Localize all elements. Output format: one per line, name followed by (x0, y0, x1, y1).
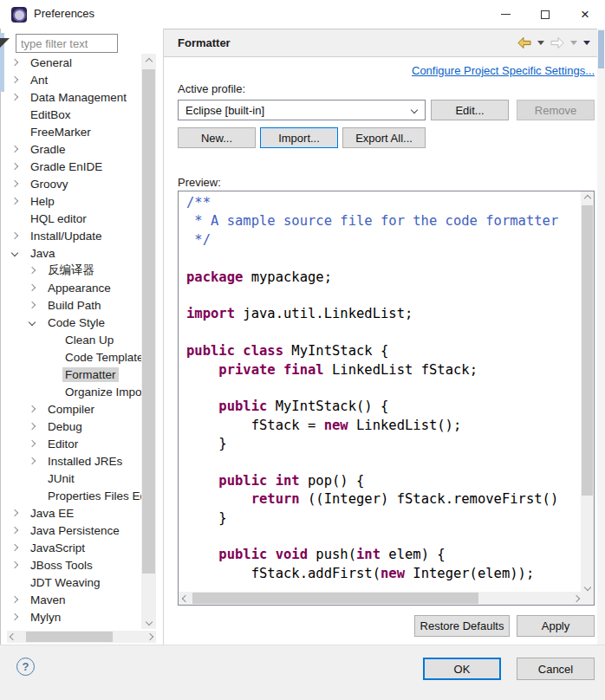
tree-item-install-update[interactable]: Install/Update (7, 227, 141, 244)
chevron-right-icon[interactable] (11, 561, 18, 568)
preview-vertical-scrollbar[interactable] (581, 191, 594, 593)
scroll-down-icon[interactable] (141, 614, 156, 629)
tree-item-mylyn[interactable]: Mylyn (7, 608, 141, 625)
tree-vertical-scrollbar[interactable] (141, 54, 156, 629)
tree-item-java-persistence[interactable]: Java Persistence (7, 522, 141, 539)
chevron-right-icon[interactable] (11, 613, 18, 620)
cancel-button[interactable]: Cancel (517, 658, 595, 680)
tree-hscrollbar-thumb[interactable] (26, 632, 113, 642)
tree-item-data-management[interactable]: Data Management (7, 88, 141, 106)
back-history-menu-icon[interactable] (537, 41, 544, 45)
chevron-right-icon[interactable] (11, 163, 18, 170)
new-button[interactable]: New... (178, 127, 256, 148)
chevron-right-icon[interactable] (11, 596, 18, 603)
tree-item-label: Java Persistence (28, 523, 122, 538)
tree-item-build-path[interactable]: Build Path (7, 296, 141, 314)
tree-item-clean-up[interactable]: Clean Up (7, 331, 141, 348)
chevron-down-icon[interactable] (11, 250, 18, 256)
scroll-up-icon[interactable] (141, 54, 156, 68)
minimize-button[interactable] (485, 0, 525, 29)
scroll-left-icon[interactable] (7, 631, 19, 643)
tree-item-debug[interactable]: Debug (7, 418, 141, 435)
tree-item-editor[interactable]: Editor (7, 435, 141, 452)
scroll-up-icon[interactable] (581, 191, 594, 204)
tree-item-organize-imports[interactable]: Organize Imports (7, 383, 141, 400)
scroll-right-icon[interactable] (144, 631, 156, 643)
tree-item-junit[interactable]: JUnit (7, 470, 141, 487)
tree-item-code-templates[interactable]: Code Templates (7, 348, 141, 366)
tree-item-gradle-enide[interactable]: Gradle EnIDE (7, 158, 141, 175)
chevron-right-icon[interactable] (29, 284, 36, 291)
chevron-down-icon[interactable] (29, 319, 36, 326)
tree-item-groovy[interactable]: Groovy (7, 175, 141, 192)
tree-item-label: Code Templates (62, 350, 141, 365)
preview-horizontal-scrollbar[interactable] (179, 592, 582, 605)
chevron-right-icon[interactable] (29, 405, 36, 412)
configure-project-settings-link[interactable]: Configure Project Specific Settings... (412, 64, 595, 77)
chevron-right-icon[interactable] (11, 146, 18, 152)
panel-vertical-scrollbar[interactable] (597, 29, 605, 645)
tree-item-compiler[interactable]: Compiler (7, 400, 141, 418)
active-profile-select[interactable]: Eclipse [built-in] (178, 100, 426, 120)
minimize-icon (501, 14, 511, 15)
chevron-right-icon[interactable] (29, 457, 36, 464)
tree-item-code-style[interactable]: Code Style (7, 314, 141, 331)
chevron-right-icon[interactable] (29, 440, 36, 447)
help-button[interactable]: ? (16, 658, 35, 676)
maximize-icon (541, 10, 550, 19)
tree-item-jboss-tools[interactable]: JBoss Tools (7, 556, 141, 574)
filter-input[interactable] (16, 34, 118, 53)
tree-chevron-slot (29, 285, 45, 290)
chevron-right-icon[interactable] (11, 232, 18, 239)
background-window-arrow-fragment (0, 38, 10, 48)
forward-arrow-icon[interactable] (550, 37, 564, 49)
panel-scrollbar-thumb[interactable] (598, 30, 604, 68)
chevron-right-icon[interactable] (11, 94, 18, 100)
chevron-right-icon[interactable] (11, 198, 18, 204)
tree-item-appearance[interactable]: Appearance (7, 279, 141, 296)
tree-item-general[interactable]: General (7, 54, 141, 71)
tree-item-item[interactable]: 反编译器 (7, 262, 141, 279)
chevron-right-icon[interactable] (11, 509, 18, 516)
maximize-button[interactable] (525, 0, 565, 29)
tree-item-maven[interactable]: Maven (7, 591, 141, 608)
apply-button[interactable]: Apply (517, 615, 595, 637)
ok-button[interactable]: OK (423, 658, 501, 680)
tree-chevron-slot (12, 614, 28, 619)
tree-item-java-ee[interactable]: Java EE (7, 504, 141, 522)
tree-item-formatter[interactable]: Formatter (7, 366, 141, 383)
scroll-left-icon[interactable] (179, 592, 192, 605)
tree-item-editbox[interactable]: EditBox (7, 106, 141, 123)
tree-horizontal-scrollbar[interactable] (7, 631, 156, 643)
edit-button[interactable]: Edit... (431, 100, 509, 120)
export-all-button[interactable]: Export All... (342, 127, 426, 148)
close-button[interactable]: × (565, 0, 605, 29)
chevron-right-icon[interactable] (29, 423, 36, 430)
back-arrow-icon[interactable] (517, 37, 531, 49)
preview-hscrollbar-thumb[interactable] (192, 593, 478, 604)
tree-item-freemarker[interactable]: FreeMarker (7, 123, 141, 140)
tree-item-javascript[interactable]: JavaScript (7, 539, 141, 556)
tree-item-jdt-weaving[interactable]: JDT Weaving (7, 574, 141, 591)
chevron-right-icon[interactable] (11, 180, 18, 187)
tree-item-help[interactable]: Help (7, 192, 141, 210)
tree-item-java[interactable]: Java (7, 244, 141, 262)
chevron-right-icon[interactable] (29, 267, 36, 274)
preview-scrollbar-thumb[interactable] (582, 205, 593, 496)
tree-item-installed-jres[interactable]: Installed JREs (7, 452, 141, 470)
tree-item-gradle[interactable]: Gradle (7, 140, 141, 158)
forward-history-menu-icon[interactable] (570, 41, 577, 45)
chevron-right-icon[interactable] (29, 301, 36, 308)
preview-pane: /** * A sample source file for the code … (178, 191, 595, 606)
view-menu-icon[interactable] (583, 41, 590, 45)
chevron-right-icon[interactable] (11, 76, 18, 83)
restore-defaults-button[interactable]: Restore Defaults (414, 615, 510, 637)
chevron-right-icon[interactable] (11, 527, 18, 534)
tree-scrollbar-thumb[interactable] (142, 69, 155, 574)
chevron-right-icon[interactable] (11, 544, 18, 551)
import-button[interactable]: Import... (260, 127, 338, 148)
tree-item-properties-files-editor[interactable]: Properties Files Editor (7, 487, 141, 504)
tree-item-ant[interactable]: Ant (7, 71, 141, 88)
tree-item-hql-editor[interactable]: HQL editor (7, 210, 141, 227)
chevron-right-icon[interactable] (11, 59, 18, 66)
